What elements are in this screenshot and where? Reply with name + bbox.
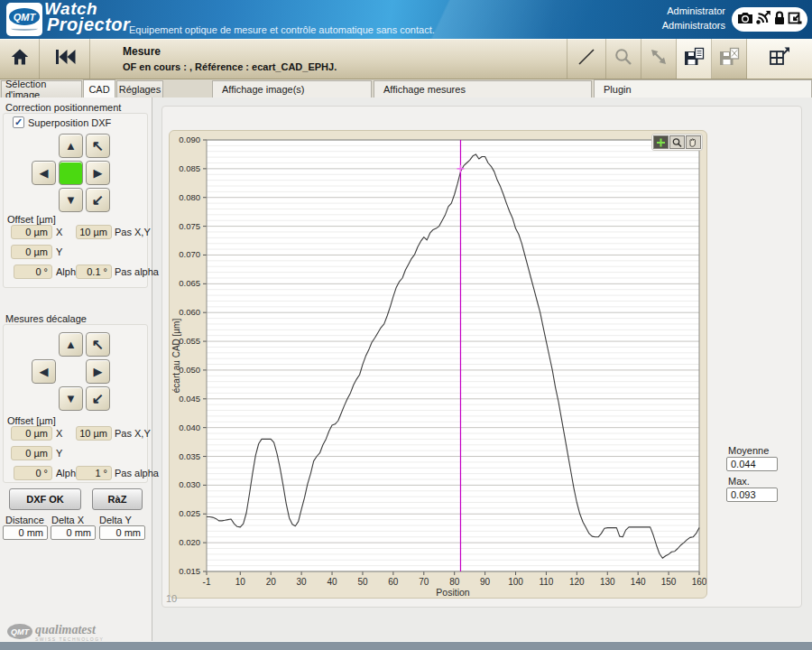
diag-sw-arrow-icon: ↙ xyxy=(92,390,104,407)
main-toolbar: Mesure OF en cours : , Référence : ecart… xyxy=(0,39,812,79)
zoom-tool-button[interactable] xyxy=(669,135,685,149)
svg-text:0.015: 0.015 xyxy=(179,566,200,576)
external-window-icon[interactable] xyxy=(787,10,803,30)
delta-y-label: Delta Y xyxy=(99,515,132,525)
camera-icon[interactable] xyxy=(736,11,754,29)
corr-offset-title: Offset [µm] xyxy=(7,214,56,225)
mes-pas-xy-field[interactable]: 10 µm xyxy=(76,426,112,441)
search-icon xyxy=(613,46,634,71)
save-image-icon xyxy=(717,46,741,71)
svg-text:0.075: 0.075 xyxy=(179,221,200,231)
plugin-content-panel: 0.0150.0200.0250.0300.0350.0400.0450.050… xyxy=(161,106,802,608)
corr-center-indicator[interactable] xyxy=(59,161,83,185)
brand-line2: Projector xyxy=(47,14,130,35)
right-arrow-icon: ▶ xyxy=(94,166,103,180)
remote-signal-icon[interactable] xyxy=(754,10,771,30)
lock-icon[interactable] xyxy=(772,10,787,30)
mes-offset-x-field[interactable]: 0 µm xyxy=(11,426,52,441)
corr-pas-xy-field[interactable]: 10 µm xyxy=(76,225,112,239)
svg-text:écart au CAD [µm]: écart au CAD [µm] xyxy=(171,319,181,394)
raz-button[interactable]: RàZ xyxy=(92,488,143,510)
corr-move-right-button[interactable]: ▶ xyxy=(86,161,110,185)
header-quick-actions xyxy=(732,7,807,32)
deviation-chart-plot[interactable]: 0.0150.0200.0250.0300.0350.0400.0450.050… xyxy=(170,131,706,598)
superposition-dxf-checkbox[interactable]: ✓ xyxy=(13,116,24,128)
svg-text:0.050: 0.050 xyxy=(179,365,200,375)
svg-text:0.045: 0.045 xyxy=(179,394,200,404)
mes-move-down-button[interactable]: ▼ xyxy=(59,386,83,411)
save-report-icon xyxy=(682,46,706,71)
max-label: Max. xyxy=(728,476,750,487)
mes-pas-alpha-field[interactable]: 1 ° xyxy=(76,466,112,480)
moyenne-label: Moyenne xyxy=(728,445,769,456)
corr-pas-alpha-label: Pas alpha xyxy=(115,266,159,277)
tab-affichage-mesures[interactable]: Affichage mesures xyxy=(374,80,592,98)
corr-offset-y-label: Y xyxy=(56,246,62,257)
search-button[interactable] xyxy=(606,39,641,79)
delta-x-value-field: 0 mm xyxy=(51,525,96,540)
corr-rotate-ccw-button[interactable]: ↖ xyxy=(86,134,110,158)
mes-move-left-button[interactable]: ◀ xyxy=(32,359,56,384)
corr-move-down-button[interactable]: ▼ xyxy=(59,188,83,212)
max-value-field: 0.093 xyxy=(726,488,778,502)
line-tool-button[interactable] xyxy=(567,39,606,79)
magnifier-icon xyxy=(671,137,683,148)
svg-text:20: 20 xyxy=(266,577,277,587)
distance-value-field: 0 mm xyxy=(3,525,48,540)
svg-text:130: 130 xyxy=(600,577,615,587)
mes-offset-y-field[interactable]: 0 µm xyxy=(11,446,52,460)
svg-text:60: 60 xyxy=(388,577,399,587)
qmt-gray-badge: QMT xyxy=(7,624,32,639)
home-button[interactable] xyxy=(0,39,40,79)
save-image-button[interactable] xyxy=(712,39,747,79)
mes-rotate-cw-button[interactable]: ↙ xyxy=(86,386,110,411)
mes-rotate-ccw-button[interactable]: ↖ xyxy=(86,332,110,357)
user-group: Administrators xyxy=(662,18,725,32)
svg-text:0.090: 0.090 xyxy=(179,135,200,144)
skip-back-icon xyxy=(52,47,78,70)
svg-text:10: 10 xyxy=(235,577,246,587)
window-layout-button[interactable] xyxy=(747,39,812,79)
up-arrow-icon: ▲ xyxy=(65,139,77,153)
corr-offset-alpha-field[interactable]: 0 ° xyxy=(14,265,52,279)
corr-move-left-button[interactable]: ◀ xyxy=(32,161,56,185)
svg-text:80: 80 xyxy=(449,577,460,587)
svg-text:160: 160 xyxy=(692,577,706,587)
back-to-start-button[interactable] xyxy=(40,39,90,79)
mes-move-right-button[interactable]: ▶ xyxy=(86,359,110,384)
mes-offset-title: Offset [µm] xyxy=(7,415,56,426)
user-name: Administrator xyxy=(662,4,725,18)
tab-affichage-images[interactable]: Affichage image(s) xyxy=(212,80,372,98)
corr-pas-xy-label: Pas X,Y xyxy=(115,227,151,237)
tab-selection-image[interactable]: Sélection d'image xyxy=(1,80,82,98)
corr-offset-x-field[interactable]: 0 µm xyxy=(11,225,52,239)
svg-text:0.055: 0.055 xyxy=(179,336,200,346)
mes-offset-alpha-field[interactable]: 0 ° xyxy=(14,466,52,480)
tab-reglages[interactable]: Réglages xyxy=(116,80,163,98)
resize-arrows-button[interactable] xyxy=(641,39,677,79)
home-icon xyxy=(9,46,31,71)
mes-offset-y-label: Y xyxy=(56,448,62,459)
line-tool-icon xyxy=(576,46,597,71)
save-report-button[interactable] xyxy=(677,39,712,79)
corr-offset-y-field[interactable]: 0 µm xyxy=(11,245,52,259)
cursor-tool-button[interactable] xyxy=(653,135,669,149)
tab-bar: Sélection d'image CAD Réglages Affichage… xyxy=(0,79,812,98)
tab-plugin[interactable]: Plugin xyxy=(594,79,812,98)
svg-text:0.065: 0.065 xyxy=(179,278,200,288)
svg-text:-1: -1 xyxy=(203,577,211,587)
svg-text:0.085: 0.085 xyxy=(179,163,200,173)
svg-text:0.070: 0.070 xyxy=(179,249,200,259)
corr-move-up-button[interactable]: ▲ xyxy=(59,134,83,158)
crosshair-icon xyxy=(655,137,667,148)
corr-rotate-cw-button[interactable]: ↙ xyxy=(86,188,110,212)
svg-text:120: 120 xyxy=(569,577,585,587)
qualimatest-text: qualimatest xyxy=(35,624,104,636)
corr-pas-alpha-field[interactable]: 0.1 ° xyxy=(76,265,112,279)
tab-cad[interactable]: CAD xyxy=(83,79,115,98)
diagonal-arrows-icon xyxy=(648,46,669,71)
dxf-ok-button[interactable]: DXF OK xyxy=(9,488,81,510)
diag-nw-arrow-icon: ↖ xyxy=(92,137,104,154)
mes-move-up-button[interactable]: ▲ xyxy=(59,332,83,357)
pan-tool-button[interactable] xyxy=(686,135,701,149)
